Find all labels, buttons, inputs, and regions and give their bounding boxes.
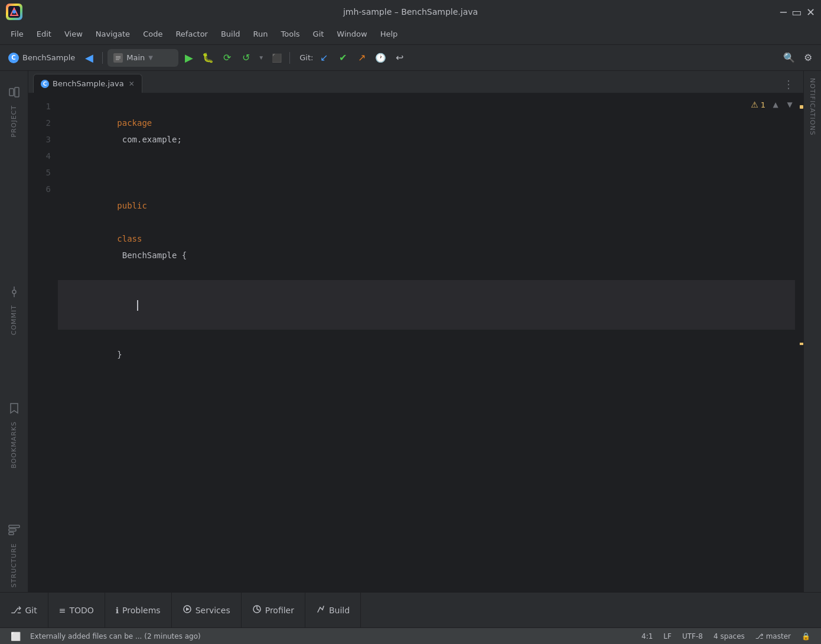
commit-label[interactable]: Commit (10, 305, 18, 335)
keyword-package: package (117, 118, 152, 128)
project-name: BenchSample (22, 53, 75, 62)
svg-point-2 (12, 10, 16, 14)
notifications-label[interactable]: Notifications (809, 71, 816, 143)
warning-count: 1 (761, 100, 765, 109)
menu-view[interactable]: View (58, 27, 89, 41)
run-button[interactable]: ▶ (181, 50, 197, 66)
run-config-selector[interactable]: Main ▼ (107, 49, 178, 67)
run-config-dropdown: ▼ (148, 54, 153, 61)
git-history-btn[interactable]: 🕐 (372, 50, 389, 66)
git-label: Git: (299, 53, 313, 62)
menu-bar: File Edit View Navigate Code Refactor Bu… (0, 24, 821, 45)
lock-icon: 🔒 (802, 632, 810, 640)
bookmarks-label[interactable]: Bookmarks (10, 421, 18, 469)
branch-icon: ⎇ (755, 632, 764, 640)
code-line-6 (58, 379, 795, 396)
tab-benchsample[interactable]: C BenchSample.java ✕ (33, 74, 142, 93)
cursor-pos-text: 4:1 (641, 632, 653, 640)
sidebar-item-commit[interactable] (2, 280, 26, 304)
line-ending-text: LF (663, 632, 672, 640)
run-config-icon (113, 53, 123, 63)
code-line-1: package com.example; (58, 98, 795, 164)
toolbar-right: 🔍 ⚙ (781, 50, 816, 66)
menu-run[interactable]: Run (247, 27, 274, 41)
services-tab-icon (183, 604, 192, 616)
nav-up-btn[interactable]: ▲ (769, 98, 782, 111)
menu-edit[interactable]: Edit (31, 27, 57, 41)
app-logo (6, 4, 22, 20)
bottom-tab-profiler[interactable]: Profiler (242, 593, 305, 627)
menu-window[interactable]: Window (331, 27, 373, 41)
structure-label[interactable]: Structure (10, 543, 18, 587)
bottom-tab-services[interactable]: Services (172, 593, 242, 627)
status-lock[interactable]: 🔒 (797, 631, 815, 642)
status-line-ending[interactable]: LF (659, 631, 676, 642)
editor-area: C BenchSample.java ✕ ⋮ 1 2 3 4 5 6 packa… (28, 71, 803, 592)
search-everywhere-btn[interactable]: 🔍 (781, 50, 797, 66)
project-selector[interactable]: C BenchSample (5, 51, 79, 64)
main-area: Project Commit Bookmarks (0, 71, 821, 592)
maximize-btn[interactable]: ▭ (791, 6, 802, 18)
git-commit-btn[interactable]: ✔ (334, 50, 351, 66)
sidebar-structure-section: Structure (2, 513, 26, 592)
menu-code[interactable]: Code (137, 27, 168, 41)
warning-badge[interactable]: ⚠ 1 (751, 100, 765, 109)
keyword-class: class (117, 234, 142, 243)
menu-tools[interactable]: Tools (275, 27, 306, 41)
debug-button[interactable]: 🐛 (200, 50, 216, 66)
coverage-button[interactable]: ⟳ (219, 50, 235, 66)
status-cursor-pos[interactable]: 4:1 (637, 631, 657, 642)
run-dropdown-btn[interactable]: ▼ (256, 50, 266, 66)
sidebar-item-bookmarks[interactable] (2, 396, 26, 420)
sidebar-item-structure[interactable] (2, 518, 26, 542)
tab-filename: BenchSample.java (53, 79, 124, 88)
nav-down-btn[interactable]: ▼ (783, 98, 796, 111)
menu-refactor[interactable]: Refactor (170, 27, 214, 41)
build-tab-icon (316, 604, 325, 616)
window-controls[interactable]: ─ ▭ ✕ (780, 6, 815, 18)
sidebar-project-section: Project (2, 76, 26, 142)
svg-rect-8 (15, 87, 19, 97)
code-line-4 (58, 280, 795, 330)
tab-more-btn[interactable]: ⋮ (778, 76, 799, 93)
toolbar: C BenchSample ◀ Main ▼ ▶ 🐛 ⟳ ↺ ▼ ⬛ Git: … (0, 45, 821, 71)
code-content[interactable]: package com.example; public class BenchS… (58, 93, 795, 592)
bottom-tab-git[interactable]: ⎇ Git (0, 593, 48, 627)
svg-rect-13 (9, 529, 16, 531)
menu-navigate[interactable]: Navigate (90, 27, 136, 41)
stop-button[interactable]: ⬛ (268, 50, 285, 66)
status-branch[interactable]: ⎇ master (751, 631, 796, 642)
code-line-5: } (58, 330, 795, 379)
problems-tab-label: Problems (122, 606, 161, 615)
svg-marker-16 (186, 607, 190, 611)
code-line-2 (58, 164, 795, 181)
nav-arrows: ▲ ▼ (769, 98, 796, 111)
project-label[interactable]: Project (10, 105, 18, 138)
back-btn[interactable]: ◀ (81, 50, 97, 66)
code-indent (117, 300, 137, 310)
status-warning-icon[interactable]: ⬜ (6, 630, 25, 642)
menu-build[interactable]: Build (215, 27, 246, 41)
git-fetch-btn[interactable]: ↗ (353, 50, 370, 66)
menu-git[interactable]: Git (307, 27, 330, 41)
settings-btn[interactable]: ⚙ (800, 50, 816, 66)
bottom-tab-todo[interactable]: ≡ TODO (48, 593, 105, 627)
minimize-btn[interactable]: ─ (780, 6, 787, 18)
menu-file[interactable]: File (5, 27, 30, 41)
git-rollback-btn[interactable]: ↩ (391, 50, 408, 66)
code-editor[interactable]: 1 2 3 4 5 6 package com.example; public (28, 93, 803, 592)
sidebar-item-project[interactable] (2, 80, 26, 104)
status-encoding[interactable]: UTF-8 (677, 631, 708, 642)
bottom-tab-build[interactable]: Build (305, 593, 361, 627)
profile-button[interactable]: ↺ (237, 50, 254, 66)
tab-close-btn[interactable]: ✕ (129, 80, 135, 88)
bottom-tab-problems[interactable]: ℹ Problems (105, 593, 172, 627)
warning-icon: ⚠ (751, 100, 758, 109)
status-indent[interactable]: 4 spaces (709, 631, 750, 642)
right-gutter (795, 93, 803, 592)
divider-1 (102, 52, 103, 64)
git-push-btn[interactable]: ↙ (315, 50, 332, 66)
menu-help[interactable]: Help (374, 27, 404, 41)
svg-rect-6 (116, 59, 119, 60)
close-btn[interactable]: ✕ (806, 6, 815, 18)
